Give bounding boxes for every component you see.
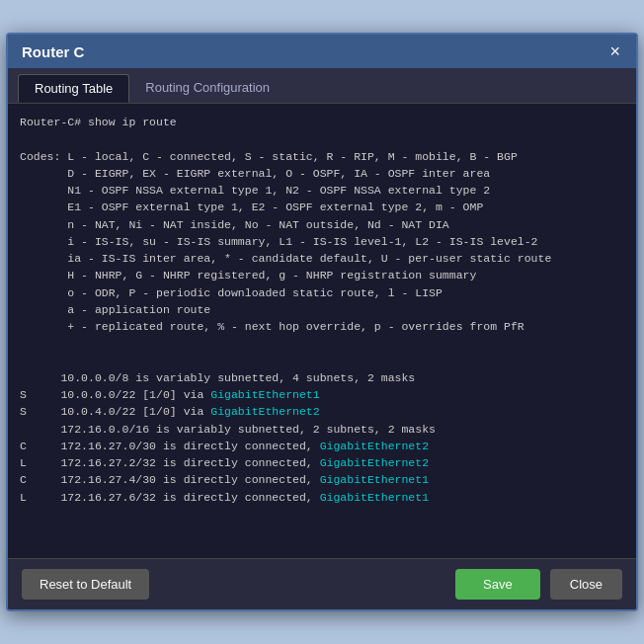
router-dialog: Router C × Routing Table Routing Configu… — [6, 33, 638, 611]
dialog-title: Router C — [22, 43, 84, 60]
title-close-button[interactable]: × — [607, 42, 622, 60]
tab-routing-table[interactable]: Routing Table — [18, 74, 129, 103]
footer-actions: Save Close — [455, 569, 622, 600]
terminal-container[interactable]: Router-C# show ip route Codes: L - local… — [8, 104, 636, 558]
close-button[interactable]: Close — [550, 569, 622, 600]
terminal-prompt: Router-C# show ip route — [20, 116, 177, 128]
reset-button[interactable]: Reset to Default — [22, 569, 149, 600]
terminal-output: Router-C# show ip route Codes: L - local… — [8, 104, 636, 516]
save-button[interactable]: Save — [455, 569, 540, 600]
tab-routing-config[interactable]: Routing Configuration — [129, 74, 285, 103]
tab-bar: Routing Table Routing Configuration — [8, 68, 636, 104]
dialog-footer: Reset to Default Save Close — [8, 558, 636, 609]
title-bar: Router C × — [8, 35, 636, 68]
